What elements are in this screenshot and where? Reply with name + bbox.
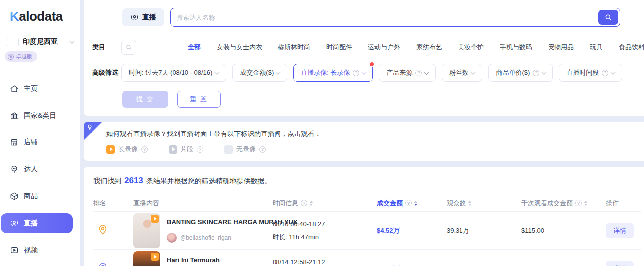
brand-logo[interactable]: Kalodata xyxy=(0,9,80,24)
indonesia-flag-icon xyxy=(7,38,19,46)
sidebar-item-label: 主页 xyxy=(24,84,38,93)
sidebar-item-live[interactable]: 直播 xyxy=(1,213,73,233)
chevron-down-icon xyxy=(424,70,429,75)
search-input[interactable] xyxy=(177,14,598,21)
header-gmv[interactable]: 成交金额 xyxy=(377,199,447,208)
help-circle-icon xyxy=(415,70,422,76)
sort-icon[interactable] xyxy=(468,201,471,206)
sort-icon-active[interactable] xyxy=(414,201,417,206)
sidebar-item-label: 国家&类目 xyxy=(24,111,56,120)
search-button[interactable] xyxy=(598,10,618,25)
filter-card: 直播 类目 全部 女装与女士内衣 穆斯林时尚 时尚配 xyxy=(84,0,644,116)
crown-icon: ♛ xyxy=(8,54,14,60)
filter-product-source[interactable]: 产品来源 xyxy=(379,64,436,82)
rank-cell xyxy=(93,224,133,237)
filter-live-timeslot[interactable]: 直播时间段 xyxy=(559,64,622,82)
plan-badge: ♛ 卓越版 xyxy=(5,51,37,62)
main-content: 直播 类目 全部 女装与女士内衣 穆斯林时尚 时尚配 xyxy=(80,0,644,266)
header-gpm[interactable]: 千次观看成交金额 xyxy=(521,199,606,208)
summary-prefix: 我们找到 xyxy=(93,177,121,186)
summary-suffix: 条结果并根据您的筛选精确地提供数据。 xyxy=(146,177,272,186)
filter-time[interactable]: 时间: 过去7天 (08/10 - 08/16) xyxy=(121,64,226,82)
chevron-down-icon xyxy=(215,70,220,75)
advanced-filter-label: 高级筛选 xyxy=(92,68,121,77)
sidebar-item-label: 店铺 xyxy=(24,138,38,147)
chevron-down-icon xyxy=(471,70,476,75)
reset-button[interactable]: 重 置 xyxy=(177,91,221,108)
category-item[interactable]: 食品饮料 xyxy=(619,43,644,52)
sidebar-item-creator[interactable]: 达人 xyxy=(1,159,73,179)
live-author[interactable]: @bellashofie_rigan xyxy=(167,233,273,243)
sidebar-item-home[interactable]: 主页 xyxy=(1,79,73,99)
app-root: Kalodata 印度尼西亚 ♛ 卓越版 主页 国家&类目 店铺 xyxy=(0,0,644,266)
sidebar: Kalodata 印度尼西亚 ♛ 卓越版 主页 国家&类目 店铺 xyxy=(0,0,80,266)
creator-handle: @bellashofie_rigan xyxy=(180,234,231,241)
filter-live-recording[interactable]: 直播录像: 长录像 xyxy=(293,64,373,82)
live-thumbnail[interactable] xyxy=(133,251,160,266)
filter-live-timeslot-label: 直播时间段 xyxy=(566,68,599,77)
search-icon xyxy=(125,44,132,51)
table-row[interactable]: BANTING SKINCARE HARGA MURAH YUK @bellas… xyxy=(93,212,641,250)
category-search-button[interactable] xyxy=(121,40,136,55)
sort-icon[interactable] xyxy=(310,201,313,206)
category-item[interactable]: 宠物用品 xyxy=(548,43,574,52)
filter-gmv[interactable]: 成交金额($) xyxy=(232,64,287,82)
sidebar-menu: 主页 国家&类目 店铺 达人 商品 直播 xyxy=(0,79,80,260)
rank-cell xyxy=(93,262,133,266)
info-circle-icon[interactable] xyxy=(141,146,148,153)
time-range: 08/16 06:40-18:27 xyxy=(273,218,377,231)
filter-live-recording-label: 直播录像: 长录像 xyxy=(301,68,350,77)
bank-icon xyxy=(10,111,19,120)
category-item[interactable]: 穆斯林时尚 xyxy=(278,43,310,52)
submit-button[interactable]: 提 交 xyxy=(122,91,168,108)
long-recording-icon xyxy=(151,215,159,223)
rank-medal-silver-icon xyxy=(97,262,108,266)
long-recording-icon xyxy=(151,253,159,261)
filter-gmv-label: 成交金额($) xyxy=(240,68,274,77)
scope-live-button[interactable]: 直播 xyxy=(122,8,164,26)
live-title[interactable]: Hari Ini Termurah xyxy=(167,256,220,264)
category-item-all[interactable]: 全部 xyxy=(188,43,201,52)
header-time-info[interactable]: 时间信息 xyxy=(273,199,377,208)
category-item[interactable]: 时尚配件 xyxy=(326,43,352,52)
detail-button[interactable]: 详情 xyxy=(606,261,634,266)
banner-tags: 长录像 片段 无录像 xyxy=(106,145,644,154)
results-summary: 我们找到 2613 条结果并根据您的筛选精确地提供数据。 xyxy=(93,176,641,186)
sidebar-item-product[interactable]: 商品 xyxy=(1,186,73,206)
info-circle-icon[interactable] xyxy=(197,146,203,153)
detail-button[interactable]: 详情 xyxy=(606,223,634,238)
table-row[interactable]: Hari Ini Termurah @kohcun 08/14 12:58-21… xyxy=(93,250,641,266)
tag-clip-label: 片段 xyxy=(181,145,193,154)
live-thumbnail[interactable] xyxy=(133,213,160,248)
filter-unit-price[interactable]: 商品单价($) xyxy=(488,64,553,82)
sidebar-item-label: 达人 xyxy=(24,165,38,174)
category-item[interactable]: 手机与数码 xyxy=(500,43,532,52)
home-icon xyxy=(10,84,19,93)
filter-time-label: 时间: 过去7天 (08/10 - 08/16) xyxy=(129,68,212,77)
help-circle-icon xyxy=(533,70,539,76)
sidebar-item-shop[interactable]: 店铺 xyxy=(1,133,73,152)
sidebar-item-country-category[interactable]: 国家&类目 xyxy=(1,106,73,126)
category-item[interactable]: 女装与女士内衣 xyxy=(217,43,262,52)
live-content-cell: Hari Ini Termurah @kohcun xyxy=(133,251,273,266)
banner-question: 如何观看直播录像？找到直播封面上带有以下标识的直播间，点击观看： xyxy=(106,130,644,138)
sort-icon[interactable] xyxy=(584,201,587,206)
filter-followers[interactable]: 粉丝数 xyxy=(442,64,482,82)
clip-icon xyxy=(169,145,177,154)
category-item[interactable]: 玩具 xyxy=(590,43,603,52)
category-item[interactable]: 美妆个护 xyxy=(458,43,484,52)
help-circle-icon xyxy=(353,70,359,76)
category-item[interactable]: 运动与户外 xyxy=(368,43,400,52)
box-icon xyxy=(10,192,19,201)
info-circle-icon[interactable] xyxy=(259,146,266,153)
sidebar-item-video[interactable]: 视频 xyxy=(1,240,73,260)
header-viewers[interactable]: 观众数 xyxy=(447,199,521,208)
viewers-value: 39.31万 xyxy=(447,226,521,235)
rank-medal-gold-icon xyxy=(97,224,108,235)
brand-logo-k: K xyxy=(10,9,19,24)
country-selector[interactable]: 印度尼西亚 xyxy=(7,37,74,46)
gmv-value: $4.35万 xyxy=(377,264,447,266)
tag-no-recording-label: 无录像 xyxy=(236,145,256,154)
tag-clip: 片段 xyxy=(169,145,203,154)
category-item[interactable]: 家纺布艺 xyxy=(416,43,442,52)
